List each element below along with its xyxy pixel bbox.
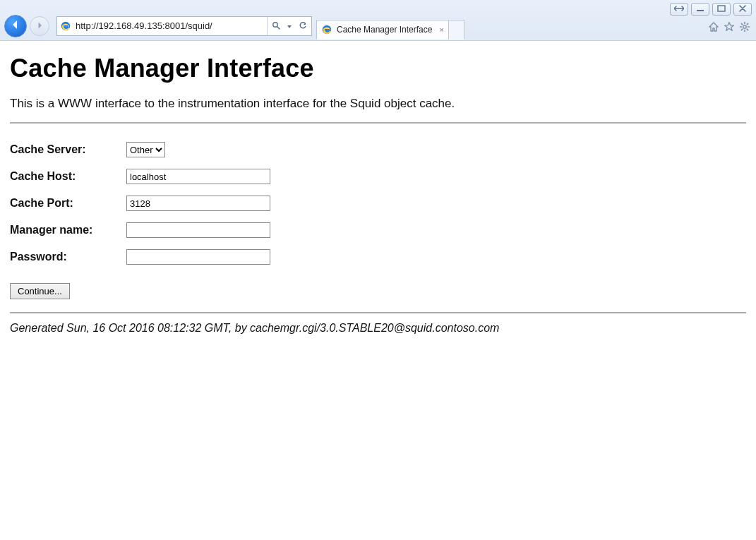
cache-form: Cache Server: Other Cache Host: Cache Po… bbox=[10, 136, 277, 270]
home-icon bbox=[708, 21, 719, 32]
ie-favicon-icon bbox=[321, 24, 332, 35]
divider-top bbox=[10, 122, 746, 124]
label-cache-host: Cache Host: bbox=[10, 163, 126, 190]
tab-title: Cache Manager Interface bbox=[337, 25, 432, 35]
svg-line-5 bbox=[277, 26, 280, 29]
search-caret[interactable] bbox=[284, 17, 294, 35]
svg-point-8 bbox=[743, 25, 746, 28]
chrome-right-icons bbox=[708, 21, 750, 32]
label-manager-name: Manager name: bbox=[10, 217, 126, 244]
label-cache-port: Cache Port: bbox=[10, 190, 126, 217]
maximize-icon bbox=[717, 5, 726, 13]
svg-line-16 bbox=[741, 29, 742, 30]
label-password: Password: bbox=[10, 244, 126, 270]
close-icon: × bbox=[439, 25, 443, 34]
svg-rect-0 bbox=[697, 10, 704, 11]
star-icon bbox=[724, 21, 735, 32]
address-tools bbox=[267, 17, 311, 35]
svg-line-13 bbox=[741, 23, 742, 24]
url-input[interactable] bbox=[74, 20, 267, 32]
password-input[interactable] bbox=[126, 249, 270, 265]
swap-icon bbox=[674, 5, 684, 13]
tools-button[interactable] bbox=[739, 21, 750, 32]
svg-line-15 bbox=[747, 23, 748, 24]
arrow-right-icon bbox=[35, 20, 44, 32]
nav-row: Cache Manager Interface × bbox=[0, 0, 756, 40]
forward-button[interactable] bbox=[30, 16, 49, 36]
ie-favicon-icon bbox=[60, 20, 71, 32]
manager-name-input[interactable] bbox=[126, 222, 270, 238]
browser-chrome: Cache Manager Interface × bbox=[0, 0, 756, 41]
minimize-icon bbox=[696, 5, 704, 13]
divider-bottom bbox=[10, 312, 746, 313]
search-icon bbox=[272, 20, 280, 32]
close-window-button[interactable] bbox=[733, 3, 752, 16]
cache-port-input[interactable] bbox=[126, 196, 270, 211]
address-bar[interactable] bbox=[56, 16, 312, 36]
cache-server-select[interactable]: Other bbox=[126, 142, 165, 157]
minimize-button[interactable] bbox=[691, 3, 709, 16]
cache-host-input[interactable] bbox=[126, 169, 270, 184]
svg-rect-1 bbox=[718, 6, 725, 11]
refresh-icon bbox=[299, 20, 307, 32]
svg-rect-3 bbox=[64, 25, 68, 27]
page-content: Cache Manager Interface This is a WWW in… bbox=[0, 41, 756, 337]
back-button[interactable] bbox=[4, 15, 27, 37]
chevron-down-icon bbox=[287, 20, 292, 32]
arrow-left-icon bbox=[10, 19, 21, 33]
svg-line-14 bbox=[747, 29, 748, 30]
label-cache-server: Cache Server: bbox=[10, 136, 126, 163]
tab-strip: Cache Manager Interface × bbox=[316, 18, 464, 40]
close-icon bbox=[738, 5, 747, 13]
maximize-button[interactable] bbox=[712, 3, 731, 16]
page-footer: Generated Sun, 16 Oct 2016 08:12:32 GMT,… bbox=[10, 320, 746, 336]
svg-rect-7 bbox=[325, 29, 330, 30]
favorites-button[interactable] bbox=[724, 21, 735, 32]
gear-icon bbox=[739, 21, 750, 32]
new-tab-button[interactable] bbox=[449, 20, 464, 40]
windows-swap-button[interactable] bbox=[670, 3, 688, 16]
tab-close-button[interactable]: × bbox=[439, 25, 443, 34]
home-button[interactable] bbox=[708, 21, 719, 32]
page-intro: This is a WWW interface to the instrumen… bbox=[10, 95, 746, 112]
continue-button[interactable]: Continue... bbox=[10, 283, 70, 299]
search-dropdown-button[interactable] bbox=[268, 17, 284, 35]
page-title: Cache Manager Interface bbox=[10, 54, 746, 83]
tab-active[interactable]: Cache Manager Interface × bbox=[316, 20, 449, 40]
window-controls bbox=[670, 3, 752, 16]
refresh-button[interactable] bbox=[294, 17, 311, 35]
